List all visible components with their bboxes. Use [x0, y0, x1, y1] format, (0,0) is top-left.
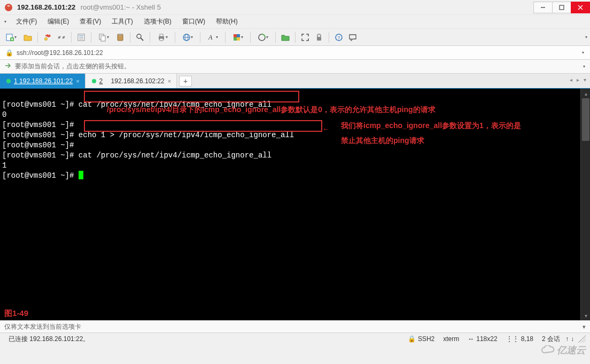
toolbar-overflow-icon[interactable]: ▾ — [585, 31, 588, 44]
terminal-line: [root@vms001 ~]# — [2, 171, 79, 180]
app-icon — [4, 3, 13, 12]
reconnect-button[interactable] — [41, 31, 54, 44]
paste-button[interactable] — [114, 31, 127, 44]
svg-rect-19 — [119, 34, 122, 35]
print-button[interactable]: ▾ — [153, 31, 172, 44]
terminal-line: [root@vms001 ~]# echo 1 > /proc/sys/net/… — [2, 131, 294, 139]
terminal-scrollbar[interactable]: ▴ ▾ — [580, 89, 590, 320]
figure-label: 图1-49 — [4, 308, 28, 318]
terminal-line: [root@vms001 ~]# — [2, 121, 79, 129]
menu-window[interactable]: 窗口(W) — [178, 15, 209, 28]
svg-text:?: ? — [338, 35, 340, 41]
tab-next-icon[interactable]: ▸ — [575, 76, 581, 84]
svg-rect-34 — [317, 37, 321, 41]
tab-list-icon[interactable]: ▾ — [582, 76, 588, 84]
menu-edit[interactable]: 编辑(E) — [43, 15, 73, 28]
session-tab-1[interactable]: 1 192.168.26.101:22 × — [0, 74, 86, 88]
toolbar-separator — [225, 32, 226, 43]
toolbar-separator — [250, 32, 251, 43]
svg-point-0 — [5, 4, 12, 11]
minimize-button[interactable] — [533, 2, 553, 13]
feedback-button[interactable] — [346, 31, 359, 44]
annotation-arrow-icon: ← — [324, 124, 328, 134]
hint-text: 要添加当前会话，点击左侧的箭头按钮。 — [15, 62, 130, 71]
toolbar-separator — [37, 32, 38, 43]
menu-tabs[interactable]: 选项卡(B) — [139, 15, 176, 28]
annotation-box — [84, 120, 322, 132]
hint-bar: 要添加当前会话，点击左侧的箭头按钮。 ▾ — [0, 60, 590, 74]
address-url: ssh://root@192.168.26.101:22 — [17, 49, 103, 57]
annotation-text: 禁止其他主机的ping请求 — [341, 136, 555, 146]
toolbar-separator — [130, 32, 130, 43]
new-session-button[interactable]: ▾ — [2, 31, 20, 44]
add-tab-button[interactable]: + — [179, 76, 192, 86]
lock-icon: 🔒 — [5, 49, 13, 57]
hint-overflow-icon[interactable]: ▾ — [583, 60, 586, 73]
tab-bar: 1 192.168.26.101:22 × 2 192.168.26.102:2… — [0, 74, 590, 89]
status-dot-icon — [92, 79, 96, 83]
session-tab-2[interactable]: 2 192.168.26.102:22 × — [86, 74, 177, 88]
svg-text:A: A — [208, 34, 213, 41]
copy-button[interactable]: ▾ — [95, 31, 113, 44]
tab-close-icon[interactable]: × — [76, 78, 79, 84]
properties-button[interactable] — [75, 31, 88, 44]
hint-arrow-icon[interactable] — [4, 62, 12, 71]
status-sess-nav[interactable]: ↑↓ — [564, 335, 575, 343]
menu-help[interactable]: 帮助(H) — [212, 15, 242, 28]
menu-tools[interactable]: 工具(T) — [107, 15, 137, 28]
window-title: 192.168.26.101:22 root@vms001:~ - Xshell… — [17, 3, 161, 11]
terminal-line: [root@vms001 ~]# — [2, 141, 79, 149]
status-pos: ⋮⋮8,18 — [502, 335, 538, 343]
status-size: ↔118x22 — [463, 335, 501, 343]
script-button[interactable]: ▾ — [254, 31, 272, 44]
toolbar-separator — [91, 32, 91, 43]
terminal-line: [root@vms001 ~]# cat /proc/sys/net/ipv4/… — [2, 151, 271, 160]
close-button[interactable] — [571, 2, 590, 13]
lock-button[interactable] — [313, 31, 325, 44]
open-session-button[interactable] — [21, 31, 34, 44]
toolbar-separator — [295, 32, 296, 43]
compose-bar[interactable]: 仅将文本发送到当前选项卡 ▾ — [0, 320, 590, 333]
svg-rect-17 — [101, 36, 105, 41]
tab-prev-icon[interactable]: ◂ — [568, 76, 574, 84]
svg-rect-32 — [237, 37, 240, 41]
toolbar-separator — [200, 32, 200, 43]
compose-mode-icon[interactable]: ▾ — [583, 323, 586, 330]
scroll-up-icon[interactable]: ▴ — [581, 89, 590, 98]
menu-bar: ▾ 文件(F) 编辑(E) 查看(V) 工具(T) 选项卡(B) 窗口(W) 帮… — [0, 15, 590, 29]
help-button[interactable]: ? — [332, 31, 345, 44]
xftp-button[interactable] — [279, 31, 292, 44]
status-sessions: 2 会话 — [538, 335, 564, 344]
status-dot-icon — [6, 79, 11, 83]
address-overflow-icon[interactable]: ▾ — [581, 46, 585, 59]
svg-point-10 — [58, 36, 60, 38]
font-button[interactable]: A▾ — [204, 31, 222, 44]
tab-close-icon[interactable]: × — [168, 78, 171, 84]
resize-grip-icon[interactable] — [578, 335, 586, 343]
annotation-text: 我们将icmp_echo_ignore_all参数设置为1，表示的是 — [341, 121, 571, 131]
color-scheme-button[interactable]: ▾ — [229, 31, 247, 44]
disconnect-button[interactable] — [55, 31, 68, 44]
status-proto: 🔒SSH2 — [403, 335, 439, 343]
annotation-text: /proc/sys/net/ipv4/目录下的icmp_echo_ignore_… — [107, 105, 572, 115]
terminal[interactable]: [root@vms001 ~]# cat /proc/sys/net/ipv4/… — [0, 89, 580, 320]
toolbar-separator — [275, 32, 276, 43]
scroll-down-icon[interactable]: ▾ — [581, 311, 590, 320]
menu-collapse-icon[interactable]: ▾ — [4, 15, 10, 29]
find-button[interactable] — [134, 31, 146, 44]
fullscreen-button[interactable] — [299, 31, 312, 44]
svg-point-11 — [63, 36, 65, 38]
terminal-line: 0 — [2, 110, 6, 119]
svg-rect-24 — [160, 38, 163, 41]
title-bar: 192.168.26.101:22 root@vms001:~ - Xshell… — [0, 0, 590, 15]
scroll-thumb[interactable] — [582, 98, 589, 141]
address-bar[interactable]: 🔒 ssh://root@192.168.26.101:22 ▾ — [0, 46, 590, 60]
menu-file[interactable]: 文件(F) — [12, 15, 41, 28]
toolbar: ▾ ▾ ▾ ▾ A▾ ▾ ▾ ? ▾ — [0, 29, 590, 46]
svg-point-20 — [137, 34, 141, 38]
svg-rect-31 — [234, 37, 237, 41]
encoding-button[interactable]: ▾ — [178, 31, 197, 44]
title-host: 192.168.26.101:22 — [17, 3, 75, 11]
menu-view[interactable]: 查看(V) — [75, 15, 105, 28]
maximize-button[interactable] — [552, 2, 571, 13]
